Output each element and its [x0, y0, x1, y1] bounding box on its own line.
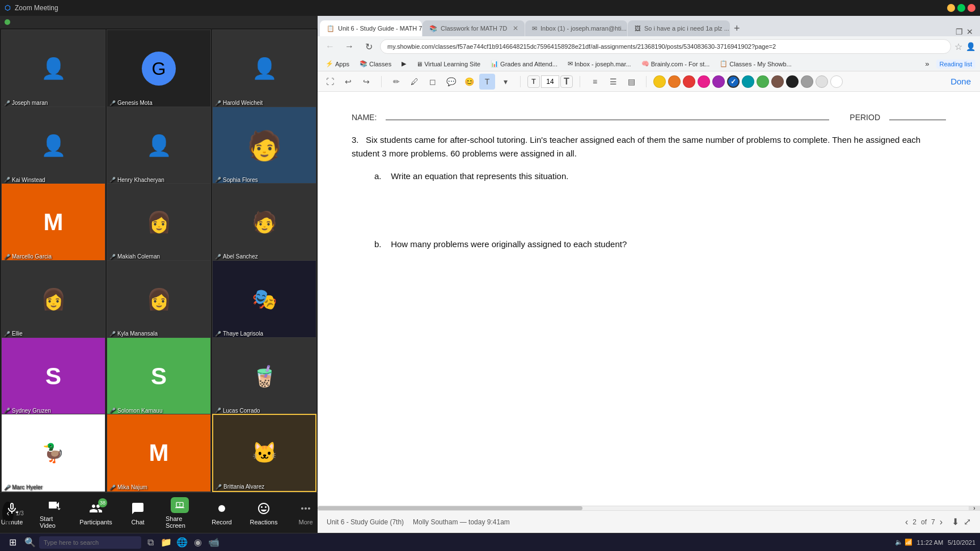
- tab-classwork[interactable]: 📚 Classwork for MATH 7D ✕: [423, 20, 525, 36]
- expand-btn[interactable]: ⤢: [964, 516, 971, 527]
- color-black[interactable]: [786, 75, 799, 88]
- mic-icon: 🎤: [4, 408, 10, 413]
- name-line: [386, 109, 829, 120]
- text-options-btn[interactable]: ▾: [497, 74, 513, 90]
- reading-list-btn[interactable]: Reading list: [936, 60, 975, 69]
- color-red[interactable]: [683, 75, 695, 88]
- download-btn[interactable]: ⬇: [952, 516, 959, 527]
- text-format-T2-btn[interactable]: T: [560, 75, 573, 88]
- done-button[interactable]: Done: [946, 74, 975, 88]
- tab-favicon: 📚: [429, 25, 437, 32]
- content-area[interactable]: NAME: PERIOD 3. Six students came for af…: [318, 92, 980, 506]
- color-green[interactable]: [757, 75, 769, 88]
- align-left-btn[interactable]: ≡: [587, 74, 603, 90]
- bookmark-grades[interactable]: 📊 Grades and Attend...: [487, 59, 561, 69]
- undo-btn[interactable]: ↩: [340, 74, 356, 90]
- zoom-fit-btn[interactable]: ⛶: [322, 74, 338, 90]
- taskbar-search[interactable]: [39, 536, 141, 549]
- color-purple[interactable]: [712, 75, 725, 88]
- chrome-icon[interactable]: ◉: [191, 536, 205, 549]
- new-tab-button[interactable]: +: [730, 20, 744, 36]
- tab-close-btn[interactable]: ✕: [513, 24, 518, 32]
- participant-name: 🎤 Thaye Lagrisola: [215, 330, 263, 337]
- start-button[interactable]: ⊞: [5, 537, 21, 548]
- tab-image[interactable]: 🖼 So i have a pic i need 1a plz ... ✕: [628, 20, 730, 36]
- tab-label: Unit 6 - Study Guide - MATH 7D ...: [338, 25, 422, 32]
- color-yellow[interactable]: [653, 75, 666, 88]
- bookmark-inbox[interactable]: ✉ Inbox - joseph.mar...: [564, 59, 635, 69]
- close-browser-btn[interactable]: ✕: [966, 27, 973, 36]
- participant-video: 🧑: [213, 184, 316, 261]
- profile-btn[interactable]: 👤: [966, 42, 975, 51]
- bookmark-youtube[interactable]: ▶: [398, 59, 409, 69]
- participants-button[interactable]: 38 Participants: [82, 501, 110, 525]
- scroll-right-btn[interactable]: ›: [969, 506, 980, 510]
- refresh-btn[interactable]: ↻: [361, 39, 377, 54]
- share-screen-button[interactable]: Share Screen: [166, 497, 194, 529]
- more-button[interactable]: More: [292, 501, 320, 525]
- text-btn[interactable]: T: [479, 74, 495, 90]
- align-right-btn[interactable]: ▤: [623, 74, 639, 90]
- search-icon[interactable]: 🔍: [23, 536, 37, 549]
- chat-button[interactable]: Chat: [124, 501, 152, 525]
- tab-active[interactable]: 📋 Unit 6 - Study Guide - MATH 7D ... ✕: [320, 20, 422, 36]
- forward-btn[interactable]: →: [341, 39, 357, 54]
- participant-name: 🎤 Marc Hyeler: [4, 484, 43, 490]
- page-separator: of: [921, 518, 927, 526]
- zoom-taskbar-icon[interactable]: 📹: [207, 536, 221, 549]
- prev-page-btn[interactable]: ‹: [905, 517, 908, 527]
- align-center-btn[interactable]: ☰: [605, 74, 621, 90]
- browser-panel: 📋 Unit 6 - Study Guide - MATH 7D ... ✕ 📚…: [318, 16, 980, 533]
- participant-video: 🦆: [2, 414, 105, 491]
- task-view-icon[interactable]: ⧉: [143, 536, 157, 549]
- pencil-btn[interactable]: ✏: [388, 74, 404, 90]
- next-page-btn[interactable]: ›: [940, 517, 943, 527]
- back-btn[interactable]: ←: [322, 39, 338, 54]
- text-format-T-btn[interactable]: T: [527, 75, 540, 88]
- highlighter-btn[interactable]: 🖊: [407, 74, 423, 90]
- mic-icon: 🎤: [4, 100, 10, 106]
- color-blue[interactable]: ✓: [727, 75, 740, 88]
- question-3-text: 3. Six students came for after-school tu…: [352, 133, 946, 160]
- restore-btn[interactable]: ❐: [956, 27, 963, 36]
- scroll-thumb[interactable]: [318, 506, 582, 510]
- redo-btn[interactable]: ↪: [358, 74, 374, 90]
- more-bookmarks-btn[interactable]: »: [922, 58, 932, 69]
- record-button[interactable]: Record: [208, 501, 236, 525]
- tab-label: Classwork for MATH 7D: [441, 25, 507, 32]
- eraser-btn[interactable]: ◻: [425, 74, 441, 90]
- tab-inbox[interactable]: ✉ Inbox (1) - joseph.maran@hti... ✕: [525, 20, 627, 36]
- horizontal-scrollbar[interactable]: ›: [318, 506, 980, 510]
- bookmark-virtual[interactable]: 🖥 Virtual Learning Site: [413, 60, 484, 69]
- bookmark-showbie[interactable]: 📋 Classes - My Showb...: [716, 59, 795, 69]
- color-orange[interactable]: [668, 75, 681, 88]
- start-video-button[interactable]: Start Video: [40, 497, 68, 529]
- bookmark-classes[interactable]: 📚 Classes: [356, 59, 395, 69]
- bookmark-apps[interactable]: ⚡ Apps: [322, 59, 353, 69]
- maximize-btn[interactable]: [957, 4, 965, 12]
- close-btn[interactable]: [968, 4, 975, 12]
- reactions-button[interactable]: Reactions: [250, 501, 278, 525]
- sticker-btn[interactable]: 😊: [461, 74, 477, 90]
- question-3-block: 3. Six students came for after-school tu…: [352, 133, 946, 328]
- color-gray[interactable]: [801, 75, 813, 88]
- color-lightgray[interactable]: [816, 75, 828, 88]
- participant-video: 🧑: [213, 107, 316, 184]
- color-pink[interactable]: [698, 75, 710, 88]
- color-teal[interactable]: [742, 75, 754, 88]
- participant-name: 🎤 Brittania Alvarez: [216, 484, 264, 490]
- bookmark-brainly[interactable]: 🧠 Brainly.com - For st...: [638, 59, 713, 69]
- sub-question-b: b. How many problems were originally ass…: [374, 238, 946, 251]
- file-explorer-icon[interactable]: 📁: [159, 536, 173, 549]
- comment-btn[interactable]: 💬: [443, 74, 459, 90]
- minimize-btn[interactable]: [947, 4, 955, 12]
- taskbar: ⊞ 🔍 ⧉ 📁 🌐 ◉ 📹 🔈 📶 11:22 AM 5/10/2021: [0, 533, 980, 551]
- color-white[interactable]: [830, 75, 843, 88]
- color-brown[interactable]: [771, 75, 784, 88]
- edge-icon[interactable]: 🌐: [175, 536, 189, 549]
- participant-cell: S 🎤 Sydney Gruzen: [1, 337, 105, 416]
- bookmark-star-btn[interactable]: ☆: [954, 41, 962, 52]
- taskbar-right: 🔈 📶 11:22 AM 5/10/2021: [895, 539, 975, 546]
- font-size-input[interactable]: [541, 75, 559, 88]
- address-input[interactable]: [380, 39, 951, 54]
